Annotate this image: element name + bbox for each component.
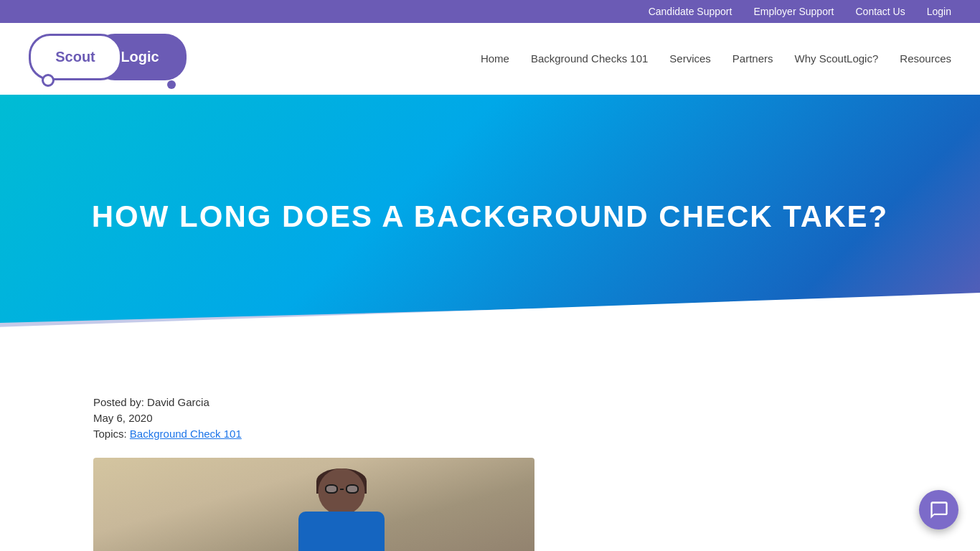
- post-meta: Posted by: David Garcia May 6, 2020 Topi…: [93, 396, 887, 440]
- topics-label: Topics:: [93, 428, 127, 440]
- logo-left-text: Scout: [55, 49, 95, 65]
- hero-wave: [0, 296, 980, 367]
- post-topics: Topics: Background Check 101: [93, 428, 887, 440]
- top-bar: Candidate Support Employer Support Conta…: [0, 0, 980, 23]
- logo-right-text: Logic: [121, 49, 159, 65]
- right-lens: [346, 484, 359, 494]
- nav-home[interactable]: Home: [481, 52, 509, 65]
- main-nav: Scout Logic Home Background Checks 101 S…: [0, 23, 980, 95]
- candidate-support-link[interactable]: Candidate Support: [649, 6, 732, 17]
- contact-us-link[interactable]: Contact Us: [855, 6, 905, 17]
- nav-resources[interactable]: Resources: [900, 52, 951, 65]
- nav-partners[interactable]: Partners: [732, 52, 773, 65]
- hero-title: HOW LONG DOES A BACKGROUND CHECK TAKE?: [92, 199, 888, 234]
- glass-bridge: [340, 489, 344, 490]
- author-name: David Garcia: [147, 396, 209, 408]
- posted-by-label: Posted by:: [93, 396, 147, 408]
- logo[interactable]: Scout Logic: [29, 30, 187, 88]
- employer-support-link[interactable]: Employer Support: [753, 6, 834, 17]
- nav-services[interactable]: Services: [669, 52, 711, 65]
- article-image: [93, 458, 534, 551]
- post-date: May 6, 2020: [93, 412, 887, 424]
- nav-why-scoutlogic[interactable]: Why ScoutLogic?: [795, 52, 879, 65]
- chat-button[interactable]: [919, 490, 958, 529]
- logo-bubble-left: Scout: [29, 34, 122, 80]
- person-figure: [270, 465, 413, 551]
- glasses: [325, 484, 359, 494]
- content-area: Posted by: David Garcia May 6, 2020 Topi…: [0, 367, 980, 551]
- topic-link[interactable]: Background Check 101: [130, 428, 242, 440]
- nav-links: Home Background Checks 101 Services Part…: [481, 52, 951, 65]
- head-shape: [319, 468, 365, 515]
- body-shape: [298, 512, 385, 551]
- left-lens: [325, 484, 338, 494]
- nav-background-checks[interactable]: Background Checks 101: [531, 52, 648, 65]
- login-link[interactable]: Login: [927, 6, 951, 17]
- chat-icon: [929, 500, 949, 520]
- post-author: Posted by: David Garcia: [93, 396, 887, 408]
- hero-section: HOW LONG DOES A BACKGROUND CHECK TAKE?: [0, 95, 980, 367]
